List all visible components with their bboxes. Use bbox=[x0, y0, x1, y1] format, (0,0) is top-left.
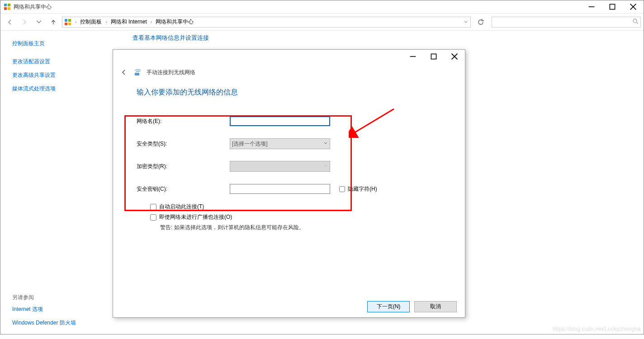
network-name-label: 网络名(E): bbox=[137, 118, 230, 125]
svg-rect-8 bbox=[65, 19, 67, 22]
svg-rect-5 bbox=[610, 4, 615, 9]
chevron-right-icon: › bbox=[150, 19, 153, 24]
network-name-input[interactable] bbox=[230, 116, 330, 126]
dialog-maximize-button[interactable] bbox=[423, 50, 444, 63]
breadcrumb-seg-1[interactable]: 控制面板 bbox=[79, 18, 103, 26]
warning-text: 警告: 如果选择此选项，则计算机的隐私信息可能存在风险。 bbox=[160, 224, 449, 231]
chevron-down-icon bbox=[323, 163, 328, 170]
dialog-back-button[interactable] bbox=[118, 67, 129, 78]
close-button[interactable] bbox=[623, 0, 644, 14]
auto-connect-label: 自动启动此连接(T) bbox=[159, 203, 204, 211]
titlebar: 网络和共享中心 bbox=[0, 0, 644, 14]
search-icon bbox=[632, 18, 639, 26]
toolbar: › 控制面板 › 网络和 Internet › 网络和共享中心 bbox=[0, 14, 644, 31]
app-icon bbox=[4, 3, 11, 10]
dialog-header: 手动连接到无线网络 bbox=[113, 63, 465, 81]
dialog-content: 输入你要添加的无线网络的信息 网络名(E): 安全类型(S): [选择一个选项]… bbox=[113, 81, 465, 296]
chevron-right-icon: › bbox=[74, 19, 77, 24]
security-type-label: 安全类型(S): bbox=[137, 140, 230, 148]
security-type-select[interactable]: [选择一个选项] bbox=[230, 138, 330, 149]
breadcrumb-icon bbox=[64, 19, 71, 26]
sidebar-link-media[interactable]: 媒体流式处理选项 bbox=[12, 82, 105, 95]
svg-rect-2 bbox=[4, 7, 7, 10]
dialog-title: 手动连接到无线网络 bbox=[147, 69, 195, 76]
svg-rect-11 bbox=[68, 23, 71, 25]
next-button[interactable]: 下一页(N) bbox=[367, 301, 410, 312]
svg-point-12 bbox=[633, 19, 637, 23]
hide-characters-label: 隐藏字符(H) bbox=[348, 185, 377, 193]
svg-rect-9 bbox=[68, 19, 71, 22]
svg-rect-3 bbox=[8, 7, 10, 10]
hide-characters-checkbox[interactable] bbox=[339, 186, 345, 192]
nav-forward-button[interactable] bbox=[18, 16, 31, 28]
chevron-down-icon bbox=[323, 141, 328, 147]
connect-even-hidden-checkbox[interactable] bbox=[150, 214, 156, 221]
encryption-type-select bbox=[230, 161, 330, 172]
svg-line-13 bbox=[637, 23, 638, 24]
sidebar: 控制面板主页 更改适配器设置 更改高级共享设置 媒体流式处理选项 另请参阅 In… bbox=[0, 31, 114, 334]
breadcrumb-dropdown[interactable] bbox=[461, 17, 470, 27]
maximize-button[interactable] bbox=[602, 0, 623, 14]
minimize-button[interactable] bbox=[581, 0, 602, 14]
svg-rect-0 bbox=[4, 4, 7, 6]
sidebar-link-adapter[interactable]: 更改适配器设置 bbox=[12, 55, 105, 68]
search-box[interactable] bbox=[492, 17, 641, 28]
dialog-minimize-button[interactable] bbox=[402, 50, 423, 63]
chevron-right-icon: › bbox=[104, 19, 108, 24]
wireless-icon bbox=[134, 68, 142, 76]
outer-window: 网络和共享中心 › 控制面板 › 网络和 Internet › 网络和共享中心 bbox=[0, 0, 644, 334]
sidebar-link-sharing[interactable]: 更改高级共享设置 bbox=[12, 68, 105, 82]
breadcrumb[interactable]: › 控制面板 › 网络和 Internet › 网络和共享中心 bbox=[62, 17, 471, 28]
svg-rect-18 bbox=[135, 73, 139, 75]
breadcrumb-seg-3[interactable]: 网络和共享中心 bbox=[155, 18, 194, 26]
security-key-label: 安全密钥(C): bbox=[137, 185, 230, 193]
dialog-titlebar bbox=[113, 50, 465, 63]
see-also-internet-options[interactable]: Internet 选项 bbox=[12, 302, 105, 316]
dialog-footer: 下一页(N) 取消 bbox=[113, 296, 465, 317]
svg-rect-10 bbox=[65, 23, 67, 25]
security-key-input[interactable] bbox=[230, 184, 330, 194]
connect-even-hidden-label: 即使网络未进行广播也连接(O) bbox=[159, 213, 232, 221]
svg-rect-1 bbox=[8, 4, 10, 6]
see-also-header: 另请参阅 bbox=[12, 290, 105, 302]
sidebar-home-link[interactable]: 控制面板主页 bbox=[12, 37, 105, 50]
dialog-close-button[interactable] bbox=[444, 50, 465, 63]
nav-up-button[interactable] bbox=[47, 16, 60, 28]
wizard-dialog: 手动连接到无线网络 输入你要添加的无线网络的信息 网络名(E): 安全类型(S)… bbox=[113, 49, 465, 318]
refresh-button[interactable] bbox=[474, 17, 488, 28]
see-also-defender-firewall[interactable]: Windows Defender 防火墙 bbox=[12, 316, 105, 330]
cancel-button[interactable]: 取消 bbox=[414, 301, 457, 312]
search-input[interactable] bbox=[492, 17, 640, 27]
encryption-type-label: 加密类型(R): bbox=[137, 163, 230, 170]
breadcrumb-seg-2[interactable]: 网络和 Internet bbox=[110, 18, 148, 26]
auto-connect-checkbox[interactable] bbox=[150, 204, 156, 210]
window-title: 网络和共享中心 bbox=[14, 3, 52, 11]
security-type-value: [选择一个选项] bbox=[232, 140, 268, 148]
dialog-heading: 输入你要添加的无线网络的信息 bbox=[137, 88, 449, 97]
svg-rect-15 bbox=[431, 54, 436, 59]
recent-locations-button[interactable] bbox=[32, 16, 46, 28]
main-heading: 查看基本网络信息并设置连接 bbox=[133, 34, 209, 42]
watermark: https://blog.csdn.net/Luckyzhongha bbox=[553, 326, 641, 332]
nav-back-button[interactable] bbox=[3, 16, 17, 28]
